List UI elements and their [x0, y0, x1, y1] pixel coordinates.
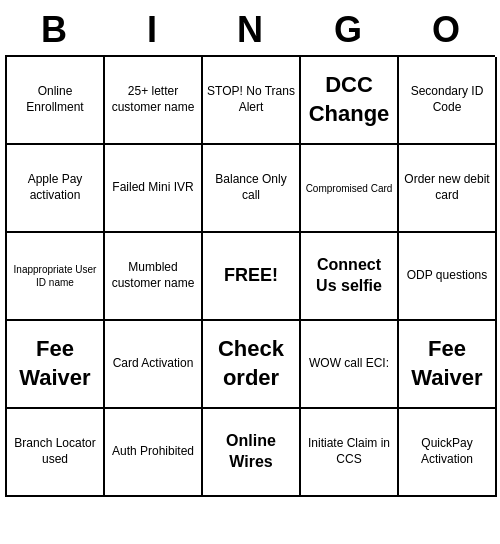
bingo-cell-3[interactable]: DCC Change	[301, 57, 399, 145]
bingo-cell-13[interactable]: Connect Us selfie	[301, 233, 399, 321]
bingo-grid: Online Enrollment25+ letter customer nam…	[5, 55, 495, 497]
letter-n: N	[205, 9, 295, 51]
bingo-cell-0[interactable]: Online Enrollment	[7, 57, 105, 145]
bingo-cell-15[interactable]: Fee Waiver	[7, 321, 105, 409]
bingo-cell-16[interactable]: Card Activation	[105, 321, 203, 409]
bingo-cell-6[interactable]: Failed Mini IVR	[105, 145, 203, 233]
bingo-header: B I N G O	[5, 5, 495, 55]
bingo-cell-4[interactable]: Secondary ID Code	[399, 57, 497, 145]
bingo-cell-2[interactable]: STOP! No Trans Alert	[203, 57, 301, 145]
bingo-cell-22[interactable]: Online Wires	[203, 409, 301, 497]
bingo-cell-12[interactable]: FREE!	[203, 233, 301, 321]
bingo-cell-11[interactable]: Mumbled customer name	[105, 233, 203, 321]
bingo-cell-10[interactable]: Inappropriate User ID name	[7, 233, 105, 321]
bingo-cell-24[interactable]: QuickPay Activation	[399, 409, 497, 497]
letter-i: I	[107, 9, 197, 51]
bingo-card: B I N G O Online Enrollment25+ letter cu…	[5, 5, 495, 497]
bingo-cell-18[interactable]: WOW call ECI:	[301, 321, 399, 409]
letter-o: O	[401, 9, 491, 51]
bingo-cell-23[interactable]: Initiate Claim in CCS	[301, 409, 399, 497]
bingo-cell-14[interactable]: ODP questions	[399, 233, 497, 321]
bingo-cell-9[interactable]: Order new debit card	[399, 145, 497, 233]
letter-b: B	[9, 9, 99, 51]
bingo-cell-17[interactable]: Check order	[203, 321, 301, 409]
bingo-cell-5[interactable]: Apple Pay activation	[7, 145, 105, 233]
bingo-cell-19[interactable]: Fee Waiver	[399, 321, 497, 409]
bingo-cell-7[interactable]: Balance Only call	[203, 145, 301, 233]
letter-g: G	[303, 9, 393, 51]
bingo-cell-20[interactable]: Branch Locator used	[7, 409, 105, 497]
bingo-cell-21[interactable]: Auth Prohibited	[105, 409, 203, 497]
bingo-cell-1[interactable]: 25+ letter customer name	[105, 57, 203, 145]
bingo-cell-8[interactable]: Compromised Card	[301, 145, 399, 233]
